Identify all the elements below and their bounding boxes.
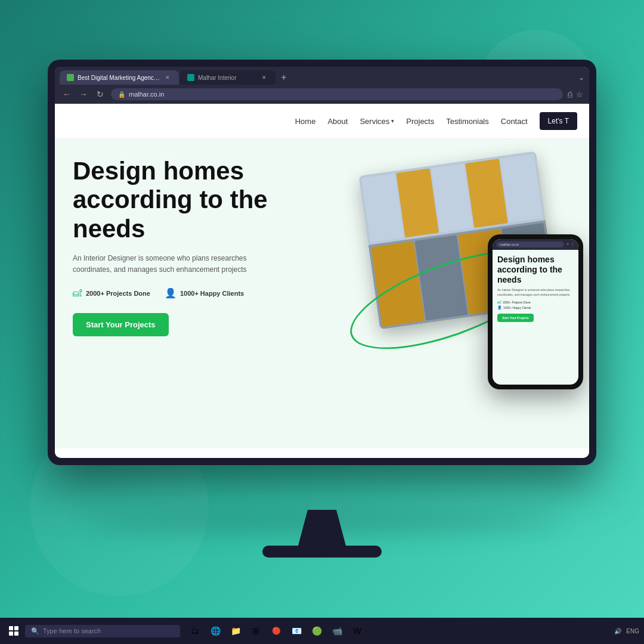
taskbar-app-store[interactable]: ⊞ — [247, 622, 265, 640]
hero-subtitle: An Interior Designer is someone who plan… — [73, 253, 275, 275]
nav-links: Home About Services ▾ Projects Testimoni… — [295, 112, 577, 130]
phone-stat-projects: 🛋 2000+ Projects Done — [497, 301, 574, 304]
taskbar-app-file-explorer[interactable]: 🗂 — [186, 622, 204, 640]
phone-title: Design homes according to the needs — [497, 255, 574, 284]
search-placeholder: Type here to search — [43, 627, 101, 634]
tab-close-inactive[interactable]: ✕ — [260, 73, 268, 82]
browser-tabs: Best Digital Marketing Agency in... ✕ Ma… — [55, 67, 589, 85]
monitor-stand-wrapper — [262, 510, 382, 558]
projects-done-text: 2000+ Projects Done — [86, 290, 150, 297]
mobile-phone: malhar.co.in + ⋮ Design homes according … — [488, 234, 583, 389]
monitor: Best Digital Marketing Agency in... ✕ Ma… — [48, 60, 596, 465]
back-button[interactable]: ← — [61, 89, 73, 99]
monitor-screen: Best Digital Marketing Agency in... ✕ Ma… — [55, 67, 589, 458]
phone-start-button[interactable]: Start Your Projects — [497, 314, 534, 322]
browser-actions: ⎙ ☆ — [568, 90, 583, 99]
new-tab-button[interactable]: + — [277, 70, 291, 85]
lock-icon: 🔒 — [118, 91, 125, 98]
cabinet-panel-5 — [500, 154, 543, 223]
search-icon: 🔍 — [31, 627, 39, 635]
phone-sofa-icon: 🛋 — [497, 301, 501, 304]
person-icon: 👤 — [165, 287, 177, 299]
services-dropdown-arrow: ▾ — [391, 118, 394, 124]
happy-clients-text: 1000+ Happy Clients — [180, 290, 244, 297]
phone-content: Design homes according to the needs An I… — [493, 250, 578, 327]
win-square-3 — [9, 631, 13, 636]
sofa-icon: 🛋 — [73, 288, 82, 299]
nav-projects[interactable]: Projects — [406, 117, 434, 126]
address-bar[interactable]: 🔒 malhar.co.in — [111, 88, 563, 100]
windows-logo-icon — [9, 626, 18, 636]
browser-address-bar: ← → ↻ 🔒 malhar.co.in ⎙ ☆ — [55, 85, 589, 104]
nav-testimonials[interactable]: Testimonials — [446, 117, 489, 126]
monitor-base — [262, 546, 382, 558]
stat-projects: 🛋 2000+ Projects Done — [73, 288, 150, 299]
tab-close-active[interactable]: ✕ — [163, 73, 172, 82]
phone-clients-text: 1000+ Happy Clients — [503, 306, 531, 309]
tab-favicon-inactive — [187, 74, 194, 81]
start-projects-button[interactable]: Start Your Projects — [73, 313, 169, 336]
taskbar-app-camera[interactable]: 📹 — [328, 622, 346, 640]
phone-projects-text: 2000+ Projects Done — [503, 301, 531, 304]
hero-title: Design homes according to the needs — [73, 157, 323, 243]
phone-screen: malhar.co.in + ⋮ Design homes according … — [493, 239, 578, 385]
win-square-2 — [14, 626, 18, 630]
nav-contact[interactable]: Contact — [501, 117, 528, 126]
share-icon[interactable]: ⎙ — [568, 90, 572, 99]
nav-about[interactable]: About — [327, 117, 348, 126]
phone-subtitle: An Interior Designer is someone who plan… — [497, 288, 574, 297]
tab-expand-button[interactable]: ⌄ — [578, 73, 584, 82]
bookmark-icon[interactable]: ☆ — [576, 90, 583, 99]
scene: Best Digital Marketing Agency in... ✕ Ma… — [0, 0, 644, 644]
win-square-1 — [9, 626, 13, 630]
win-square-4 — [14, 631, 18, 636]
tab-label-inactive: Malhar Interior — [198, 75, 256, 81]
nav-services[interactable]: Services ▾ — [360, 117, 394, 126]
taskbar-search[interactable]: 🔍 Type here to search — [25, 625, 180, 637]
windows-start-button[interactable] — [5, 622, 23, 640]
browser-chrome: Best Digital Marketing Agency in... ✕ Ma… — [55, 67, 589, 104]
phone-menu-icon: ⋮ — [571, 242, 575, 247]
hero-text: Design homes according to the needs An I… — [73, 157, 323, 336]
taskbar-app-folder[interactable]: 📁 — [227, 622, 244, 640]
hero-section: Design homes according to the needs An I… — [55, 139, 589, 407]
taskbar-app-mail[interactable]: 📧 — [287, 622, 305, 640]
nav-home[interactable]: Home — [295, 117, 316, 126]
taskbar-app-chrome[interactable]: 🔴 — [267, 622, 285, 640]
taskbar-right: 🔊 ENG — [614, 628, 639, 634]
language-indicator: ENG — [626, 628, 639, 634]
phone-stat-clients: 👤 1000+ Happy Clients — [497, 305, 574, 309]
refresh-button[interactable]: ↻ — [94, 89, 106, 99]
phone-person-icon: 👤 — [497, 305, 501, 309]
monitor-neck — [298, 510, 346, 546]
stats-row: 🛋 2000+ Projects Done 👤 1000+ Happy Clie… — [73, 287, 323, 299]
tab-favicon-active — [67, 74, 74, 81]
taskbar-app-edge[interactable]: 🌐 — [206, 622, 224, 640]
tab-label-active: Best Digital Marketing Agency in... — [78, 75, 160, 81]
taskbar-app-green[interactable]: 🟢 — [308, 622, 326, 640]
phone-browser-bar: malhar.co.in + ⋮ — [493, 239, 578, 250]
website-content: Home About Services ▾ Projects Testimoni… — [55, 104, 589, 448]
site-nav: Home About Services ▾ Projects Testimoni… — [55, 104, 589, 139]
address-text: malhar.co.in — [129, 91, 164, 98]
stat-clients: 👤 1000+ Happy Clients — [165, 287, 244, 299]
lets-talk-button[interactable]: Let's T — [540, 112, 577, 130]
taskbar-apps: 🗂 🌐 📁 ⊞ 🔴 📧 🟢 📹 W — [186, 622, 366, 640]
taskbar-app-word[interactable]: W — [348, 622, 366, 640]
phone-browser-icons: + ⋮ — [566, 242, 575, 247]
browser-tab-active[interactable]: Best Digital Marketing Agency in... ✕ — [60, 70, 179, 85]
volume-icon[interactable]: 🔊 — [614, 628, 621, 634]
phone-url: malhar.co.in — [496, 242, 564, 247]
taskbar: 🔍 Type here to search 🗂 🌐 📁 ⊞ 🔴 📧 🟢 📹 W … — [0, 618, 644, 644]
phone-add-tab-icon: + — [566, 242, 569, 247]
browser-tab-inactive[interactable]: Malhar Interior ✕ — [180, 70, 275, 85]
forward-button[interactable]: → — [78, 89, 89, 99]
